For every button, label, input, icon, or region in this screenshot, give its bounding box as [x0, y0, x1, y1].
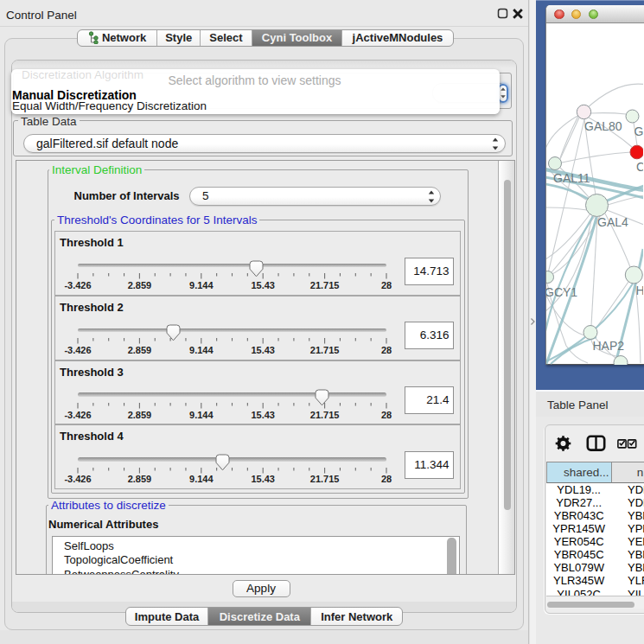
svg-text:GAL80: GAL80 [584, 119, 622, 133]
svg-text:GAL11: GAL11 [553, 171, 590, 185]
svg-text:GCY1: GCY1 [546, 285, 577, 299]
svg-text:GA: GA [634, 124, 644, 138]
svg-text:C: C [636, 160, 643, 174]
svg-text:HAP2: HAP2 [593, 339, 625, 353]
svg-text:GAL4: GAL4 [597, 215, 628, 229]
svg-text:H: H [636, 284, 644, 297]
